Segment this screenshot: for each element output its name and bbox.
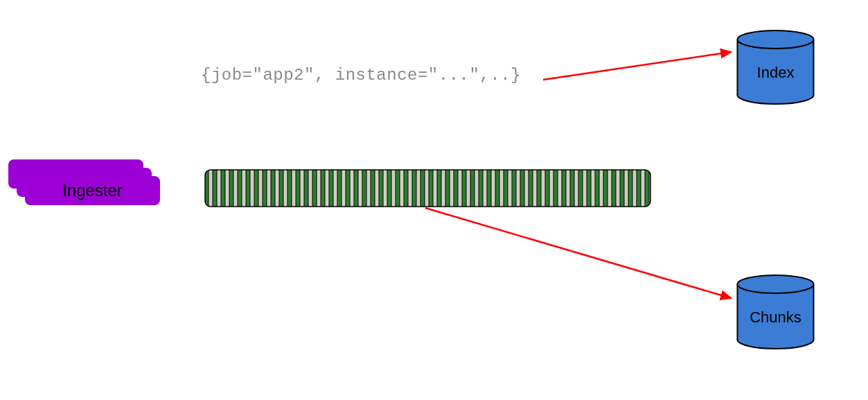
svg-point-10 <box>738 31 814 49</box>
arrow-to-chunks <box>425 208 731 298</box>
index-db: Index <box>736 29 815 105</box>
log-line-text: {job="app2", instance="...",..} <box>201 66 521 85</box>
svg-rect-5 <box>205 170 650 207</box>
chunks-db: Chunks <box>736 274 815 350</box>
chunk-bar <box>204 169 651 210</box>
chunks-label: Chunks <box>736 308 815 327</box>
arrow-to-index <box>543 52 731 80</box>
index-label: Index <box>736 64 815 82</box>
svg-point-15 <box>738 275 814 293</box>
ingester-label: Ingester <box>25 176 160 205</box>
